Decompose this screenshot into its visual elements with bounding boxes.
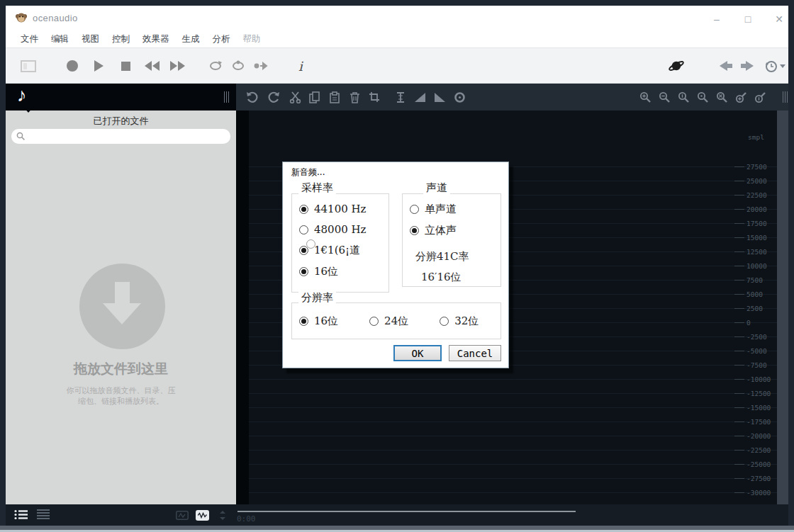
- radio-icon[interactable]: [369, 317, 379, 326]
- delete-button[interactable]: [345, 84, 364, 111]
- loop-selection-button[interactable]: [230, 48, 247, 84]
- view-mode-waveform-button[interactable]: [196, 510, 209, 521]
- radio-option[interactable]: 1€1(6¡道: [299, 244, 388, 257]
- search-icon: [16, 132, 26, 141]
- radio-option[interactable]: 16位: [299, 265, 388, 278]
- cancel-button[interactable]: Cancel: [449, 345, 501, 361]
- normalize-button[interactable]: [391, 84, 410, 111]
- compact-list-view-button[interactable]: [37, 509, 50, 519]
- dialog-title: 新音频...: [291, 166, 325, 179]
- effects-button[interactable]: [449, 84, 469, 111]
- ruler-unit-label: smpl: [748, 133, 764, 141]
- ruler-label: 5000: [747, 290, 763, 298]
- navigate-back-button[interactable]: [717, 48, 734, 84]
- zoom-all-button[interactable]: [712, 84, 732, 111]
- sidebar-toggle-button[interactable]: [17, 48, 40, 84]
- record-button[interactable]: [66, 48, 79, 84]
- radio-option[interactable]: 24位: [369, 315, 408, 328]
- dropzone-hint-line1: 你可以拖放音频文件、目录、压: [6, 385, 236, 396]
- radio-label: 32位: [454, 315, 479, 328]
- zoom-full-button[interactable]: [693, 84, 712, 111]
- ruler-label: -7500: [747, 361, 767, 369]
- copy-button[interactable]: [305, 84, 325, 111]
- menu-item[interactable]: 生成: [176, 31, 206, 47]
- radio-option[interactable]: 44100 Hz: [299, 203, 388, 215]
- close-button[interactable]: ✕: [768, 11, 790, 27]
- ruler-tick: [734, 308, 744, 309]
- loop-button[interactable]: [207, 48, 224, 84]
- ruler-tick: [734, 351, 744, 351]
- history-dropdown-caret: [780, 64, 785, 68]
- channel-layout-button[interactable]: [218, 511, 228, 520]
- paste-button[interactable]: [325, 84, 345, 111]
- fade-in-button[interactable]: [410, 84, 430, 111]
- zoom-selection-button[interactable]: [674, 84, 693, 111]
- search-input[interactable]: [11, 129, 230, 144]
- cut-button[interactable]: [285, 84, 305, 111]
- toolbar-drag-handle-right[interactable]: [780, 84, 790, 111]
- fast-forward-icon: [170, 61, 177, 71]
- menu-item[interactable]: 视图: [75, 31, 106, 47]
- vertical-scrollbar[interactable]: [777, 111, 788, 504]
- fast-forward-button[interactable]: [168, 48, 186, 84]
- menu-item[interactable]: 帮助: [237, 31, 267, 47]
- play-icon: [94, 60, 104, 72]
- vertical-zoom-out-button[interactable]: [751, 84, 770, 111]
- minimize-button[interactable]: –: [706, 11, 727, 27]
- zoom-in-button[interactable]: [636, 84, 655, 111]
- radio-icon[interactable]: [299, 317, 308, 326]
- ok-button[interactable]: OK: [393, 345, 442, 361]
- stop-button[interactable]: [119, 48, 132, 84]
- radio-icon[interactable]: [299, 267, 308, 276]
- ocenaudio-window: ocenaudio – □ ✕ 文件编辑视图控制效果器生成分析帮助: [0, 0, 794, 532]
- crop-icon: [369, 91, 380, 103]
- info-button[interactable]: i: [293, 48, 308, 84]
- menu-item[interactable]: 文件: [14, 31, 45, 47]
- undo-button[interactable]: [242, 84, 262, 111]
- zoom-out-button[interactable]: [655, 84, 674, 111]
- ruler-label: -20000: [747, 432, 771, 440]
- radio-option[interactable]: 单声道: [410, 203, 501, 216]
- ruler-tick: [734, 421, 744, 422]
- time-ruler-start: 0:00: [237, 514, 256, 523]
- radio-option[interactable]: 立体声: [410, 224, 501, 237]
- navigate-forward-button[interactable]: [739, 48, 756, 84]
- play-from-cursor-icon: [254, 62, 268, 70]
- radio-option[interactable]: 48000 Hz: [299, 223, 388, 236]
- history-button[interactable]: [763, 48, 787, 84]
- radio-icon[interactable]: [440, 317, 449, 326]
- crop-button[interactable]: [364, 84, 384, 111]
- horizontal-scrollbar[interactable]: [237, 511, 576, 512]
- play-button[interactable]: [92, 48, 105, 84]
- redo-icon: [267, 91, 280, 103]
- maximize-button[interactable]: □: [737, 11, 759, 27]
- radio-option[interactable]: 32位: [440, 315, 479, 328]
- menu-item[interactable]: 控制: [106, 31, 136, 47]
- file-list-view-button[interactable]: [14, 509, 28, 520]
- vertical-zoom-in-button[interactable]: [732, 84, 751, 111]
- radio-icon[interactable]: [299, 225, 308, 234]
- radio-option[interactable]: 16位: [299, 315, 338, 328]
- ruler-label: -25000: [747, 460, 771, 468]
- radio-icon[interactable]: [410, 226, 419, 235]
- loop-icon: [208, 60, 223, 72]
- play-from-cursor-button[interactable]: [252, 48, 269, 84]
- sidebar-toggle-icon: [21, 60, 36, 72]
- loop-selection-icon: [230, 60, 246, 72]
- effects-ring-icon: [454, 91, 466, 103]
- dropzone[interactable]: [79, 264, 165, 349]
- redo-button[interactable]: [264, 84, 284, 111]
- radio-icon[interactable]: [299, 205, 308, 214]
- toolbar-drag-handle[interactable]: [221, 84, 231, 111]
- rewind-button[interactable]: [142, 48, 161, 84]
- view-mode-spectrum-button[interactable]: [176, 511, 189, 520]
- fade-out-button[interactable]: [430, 84, 449, 111]
- radio-icon[interactable]: [410, 205, 419, 214]
- menu-item[interactable]: 分析: [206, 31, 237, 47]
- ruler-label: -17500: [747, 418, 771, 426]
- mute-toggle-button[interactable]: [666, 48, 686, 84]
- menu-item[interactable]: 效果器: [136, 31, 176, 47]
- zoom-in-icon: [639, 91, 652, 103]
- menu-item[interactable]: 编辑: [45, 31, 75, 47]
- radio-label: 16位: [314, 265, 338, 278]
